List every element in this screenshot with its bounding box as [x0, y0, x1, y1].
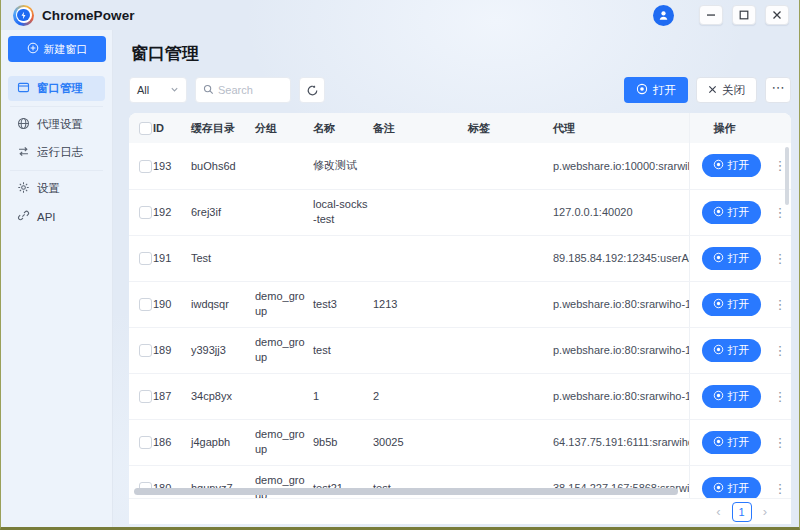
cell-remark: 2	[373, 373, 468, 419]
minimize-button[interactable]	[699, 5, 723, 25]
column-header-operation: 操作	[689, 113, 791, 143]
globe-icon	[17, 117, 30, 132]
cell-group: demo_group	[255, 327, 313, 373]
maximize-button[interactable]	[732, 5, 756, 25]
row-open-button[interactable]: 打开	[702, 431, 761, 454]
row-open-button[interactable]: 打开	[702, 154, 761, 177]
search-input[interactable]	[218, 84, 283, 96]
row-open-button[interactable]: 打开	[702, 247, 761, 270]
close-button[interactable]	[765, 5, 789, 25]
cell-tag	[468, 419, 553, 465]
table-header-row: ID 缓存目录 分组 名称 备注 标签 代理 操作	[129, 113, 791, 143]
user-avatar[interactable]	[653, 5, 674, 26]
main-content: 窗口管理 All	[113, 30, 799, 527]
row-open-label: 打开	[728, 343, 750, 358]
row-open-label: 打开	[728, 389, 750, 404]
cell-group: demo_group	[255, 419, 313, 465]
page-title: 窗口管理	[131, 42, 791, 65]
pagination-next[interactable]: ›	[763, 505, 767, 518]
table-row: 186 j4gapbh demo_group 9b5b 30025 64.137…	[129, 419, 791, 465]
row-more-icon[interactable]: ⋮	[774, 205, 787, 220]
sidebar-item-api[interactable]: API	[8, 204, 105, 229]
sidebar-item-proxy-settings[interactable]: 代理设置	[8, 112, 105, 137]
gear-icon	[17, 181, 30, 196]
refresh-button[interactable]	[299, 77, 325, 103]
row-open-button[interactable]: 打开	[702, 477, 761, 499]
more-actions-button[interactable]: ⋯	[765, 77, 791, 103]
vertical-scrollbar-thumb[interactable]	[785, 147, 789, 205]
row-open-label: 打开	[728, 251, 750, 266]
pagination-prev[interactable]: ‹	[716, 505, 720, 518]
row-open-button[interactable]: 打开	[702, 201, 761, 224]
select-all-checkbox[interactable]	[139, 122, 152, 135]
cell-operation: 打开 ⋮	[689, 235, 791, 281]
row-checkbox[interactable]	[139, 436, 152, 449]
sidebar: 新建窗口 窗口管理 代理设置 运行日志	[1, 30, 113, 527]
row-more-icon[interactable]: ⋮	[774, 435, 787, 450]
row-more-icon[interactable]: ⋮	[774, 343, 787, 358]
cell-remark: 1213	[373, 281, 468, 327]
cell-cache-dir: j4gapbh	[191, 419, 255, 465]
row-checkbox[interactable]	[139, 206, 152, 219]
table-row: 192 6rej3if local-socks-test 127.0.0.1:4…	[129, 189, 791, 235]
column-header-remark: 备注	[373, 113, 468, 143]
cell-tag	[468, 189, 553, 235]
cell-operation: 打开 ⋮	[689, 189, 791, 235]
row-open-button[interactable]: 打开	[702, 293, 761, 316]
cell-id: 191	[153, 235, 191, 281]
cell-id: 193	[153, 143, 191, 189]
open-selected-label: 打开	[653, 83, 676, 98]
column-header-cache-dir: 缓存目录	[191, 113, 255, 143]
pagination-current-page[interactable]: 1	[732, 502, 752, 522]
link-icon	[17, 209, 30, 224]
sidebar-item-run-logs[interactable]: 运行日志	[8, 140, 105, 165]
group-filter-select[interactable]: All	[129, 77, 187, 103]
cell-remark	[373, 235, 468, 281]
browser-circle-icon	[713, 298, 724, 311]
cell-group	[255, 373, 313, 419]
app-window: ChromePower 新建窗口	[0, 0, 800, 530]
close-selected-button[interactable]: 关闭	[696, 77, 757, 103]
cell-proxy: 127.0.0.1:40020	[553, 189, 689, 235]
horizontal-scrollbar-thumb[interactable]	[134, 488, 678, 495]
row-more-icon[interactable]: ⋮	[774, 389, 787, 404]
table-row: 191 Test 89.185.84.192:12345:userAazd312…	[129, 235, 791, 281]
row-open-label: 打开	[728, 297, 750, 312]
row-open-button[interactable]: 打开	[702, 385, 761, 408]
cell-cache-dir: 6rej3if	[191, 189, 255, 235]
cell-name: 1	[313, 373, 373, 419]
cell-operation: 打开 ⋮	[689, 465, 791, 498]
window-icon	[17, 81, 30, 96]
cell-tag	[468, 281, 553, 327]
cell-cache-dir: 34cp8yx	[191, 373, 255, 419]
cell-name: local-socks-test	[313, 189, 373, 235]
column-header-id: ID	[153, 113, 191, 143]
cell-id: 187	[153, 373, 191, 419]
sidebar-item-settings[interactable]: 设置	[8, 176, 105, 201]
row-checkbox[interactable]	[139, 390, 152, 403]
table-row: 190 iwdqsqr demo_group test3 1213 p.webs…	[129, 281, 791, 327]
cell-group	[255, 235, 313, 281]
row-open-label: 打开	[728, 205, 750, 220]
row-open-button[interactable]: 打开	[702, 339, 761, 362]
cell-name: test	[313, 327, 373, 373]
cell-tag	[468, 235, 553, 281]
row-checkbox[interactable]	[139, 160, 152, 173]
sidebar-item-window-management[interactable]: 窗口管理	[8, 76, 105, 101]
sidebar-item-label: 设置	[37, 181, 60, 196]
cell-group: demo_group	[255, 281, 313, 327]
row-checkbox[interactable]	[139, 298, 152, 311]
row-checkbox[interactable]	[139, 344, 152, 357]
open-selected-button[interactable]: 打开	[624, 77, 688, 103]
sidebar-divider	[10, 170, 103, 171]
row-checkbox[interactable]	[139, 252, 152, 265]
cell-id: 192	[153, 189, 191, 235]
table-row: 189 y393jj3 demo_group test p.webshare.i…	[129, 327, 791, 373]
row-more-icon[interactable]: ⋮	[774, 481, 787, 496]
row-more-icon[interactable]: ⋮	[774, 251, 787, 266]
cell-group	[255, 143, 313, 189]
row-more-icon[interactable]: ⋮	[774, 297, 787, 312]
cell-operation: 打开 ⋮	[689, 281, 791, 327]
new-window-button[interactable]: 新建窗口	[8, 36, 106, 62]
row-open-label: 打开	[728, 435, 750, 450]
